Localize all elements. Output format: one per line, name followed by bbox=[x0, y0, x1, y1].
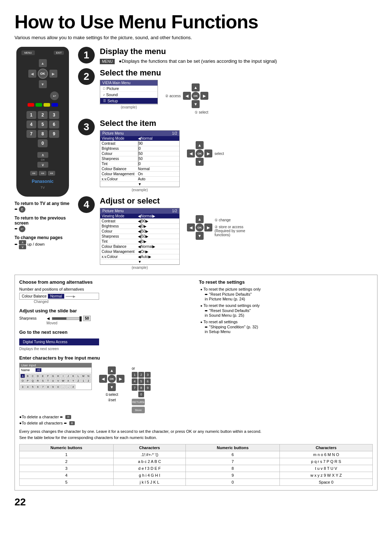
nav5-left[interactable]: ◀ bbox=[99, 375, 107, 383]
nav4-up[interactable]: ▲ bbox=[196, 215, 204, 223]
ch-up[interactable]: ∧ bbox=[37, 152, 48, 158]
nav5-up[interactable]: ▲ bbox=[108, 366, 116, 374]
key-dash[interactable]: - bbox=[66, 385, 70, 389]
key-6[interactable]: 6 bbox=[36, 385, 40, 389]
key-sp[interactable]: . bbox=[61, 385, 65, 389]
menu-button[interactable]: MENU bbox=[21, 50, 35, 55]
nav4-down[interactable]: ▼ bbox=[196, 232, 204, 240]
sm-2[interactable]: 2 bbox=[138, 372, 144, 378]
nav4-right[interactable]: ▶ bbox=[204, 223, 212, 231]
misc-btn-2[interactable]: ■■ bbox=[39, 171, 46, 176]
dpad-left[interactable]: ◀ bbox=[28, 70, 36, 78]
num-2[interactable]: 2 bbox=[38, 111, 48, 119]
num-3[interactable]: 3 bbox=[49, 111, 59, 119]
red-button[interactable] bbox=[28, 103, 34, 107]
key-r[interactable]: R bbox=[36, 378, 40, 383]
num-5[interactable]: 5 bbox=[38, 120, 48, 128]
key-b[interactable]: B bbox=[25, 374, 30, 378]
key-o[interactable]: O bbox=[20, 378, 25, 383]
key-c[interactable]: C bbox=[30, 374, 35, 378]
key-9[interactable]: 9 bbox=[51, 385, 56, 389]
exit-button[interactable]: EXIT bbox=[54, 51, 64, 55]
sm-5[interactable]: 5 bbox=[138, 378, 144, 384]
key-7[interactable]: 7 bbox=[41, 385, 45, 389]
nav-left[interactable]: ◀ bbox=[183, 92, 191, 100]
sm-4[interactable]: 4 bbox=[132, 378, 138, 384]
key-5[interactable]: 5 bbox=[30, 385, 35, 389]
store-sm-btn[interactable]: Store bbox=[132, 407, 145, 413]
nav5-down[interactable]: ▼ bbox=[108, 383, 116, 391]
return-sm-btn[interactable]: RETURN bbox=[132, 399, 145, 405]
ok-btn-2[interactable]: OK bbox=[192, 92, 200, 100]
key-x[interactable]: X bbox=[66, 378, 70, 383]
nav-right[interactable]: ▶ bbox=[200, 92, 208, 100]
ok-btn-4[interactable]: OK bbox=[196, 223, 204, 231]
key-u[interactable]: U bbox=[51, 378, 56, 383]
nav5-right[interactable]: ▶ bbox=[117, 375, 124, 383]
key-a[interactable]: A bbox=[20, 374, 25, 378]
sm-3[interactable]: 3 bbox=[145, 372, 151, 378]
ch-down[interactable]: ∨ bbox=[37, 162, 48, 168]
key-k[interactable]: K bbox=[71, 374, 75, 378]
num-9[interactable]: 9 bbox=[49, 130, 59, 138]
yellow-button[interactable] bbox=[44, 103, 50, 107]
num-1[interactable]: 1 bbox=[26, 111, 36, 119]
sm-0[interactable]: 0 bbox=[138, 391, 144, 397]
ok-btn-3[interactable]: OK bbox=[196, 149, 204, 157]
key-h[interactable]: H bbox=[56, 374, 61, 378]
num-4[interactable]: 4 bbox=[26, 120, 36, 128]
num-8[interactable]: 8 bbox=[38, 130, 48, 138]
dpad-right[interactable]: ▶ bbox=[49, 70, 57, 78]
sm-7[interactable]: 7 bbox=[132, 385, 138, 391]
key-z[interactable]: Z bbox=[76, 378, 81, 383]
key-4[interactable]: 4 bbox=[25, 385, 30, 389]
blue-button[interactable] bbox=[52, 103, 58, 107]
key-i[interactable]: I bbox=[61, 374, 65, 378]
key-f[interactable]: F bbox=[46, 374, 50, 378]
key-j[interactable]: J bbox=[66, 374, 70, 378]
ok-button[interactable]: OK bbox=[38, 69, 48, 79]
key-q[interactable]: Q bbox=[30, 378, 35, 383]
sm-1[interactable]: 1 bbox=[132, 372, 138, 378]
key-l[interactable]: L bbox=[76, 374, 81, 378]
key-3[interactable]: 3 bbox=[20, 385, 25, 389]
num-0[interactable]: 0 bbox=[38, 139, 48, 147]
key-m[interactable]: M bbox=[81, 374, 86, 378]
key-n[interactable]: N bbox=[86, 374, 91, 378]
nav3-right[interactable]: ▶ bbox=[204, 149, 212, 157]
nav4-left[interactable]: ◀ bbox=[187, 223, 195, 231]
key-d[interactable]: D bbox=[36, 374, 40, 378]
key-0[interactable]: 0 bbox=[56, 385, 61, 389]
dpad-down[interactable]: ▼ bbox=[39, 80, 47, 88]
green-button[interactable] bbox=[36, 103, 42, 107]
nav-down[interactable]: ▼ bbox=[192, 100, 200, 108]
key-s[interactable]: S bbox=[41, 378, 45, 383]
del-all-btn[interactable]: B bbox=[69, 421, 75, 425]
return-button[interactable]: ↩ bbox=[50, 91, 59, 100]
key-y[interactable]: Y bbox=[71, 378, 75, 383]
key-p[interactable]: P bbox=[25, 378, 30, 383]
key-g[interactable]: G bbox=[51, 374, 56, 378]
nav3-down[interactable]: ▼ bbox=[196, 158, 204, 166]
misc-btn-1[interactable]: ■■ bbox=[30, 171, 37, 176]
key-e[interactable]: E bbox=[41, 374, 45, 378]
key-1[interactable]: 1 bbox=[81, 378, 86, 383]
sm-6[interactable]: 6 bbox=[145, 378, 151, 384]
nav-up[interactable]: ▲ bbox=[192, 83, 200, 91]
key-w[interactable]: W bbox=[61, 378, 65, 383]
dpad-up[interactable]: ▲ bbox=[39, 59, 47, 67]
nav3-left[interactable]: ◀ bbox=[187, 149, 195, 157]
misc-btn-3[interactable]: ■■ bbox=[48, 171, 55, 176]
key-v[interactable]: V bbox=[56, 378, 61, 383]
key-t[interactable]: T bbox=[46, 378, 50, 383]
num-6[interactable]: 6 bbox=[49, 120, 59, 128]
sm-8[interactable]: 8 bbox=[138, 385, 144, 391]
key-2[interactable]: 2 bbox=[86, 378, 91, 383]
key-hash[interactable]: # bbox=[71, 385, 75, 389]
ok-btn-5[interactable]: OK bbox=[108, 375, 116, 383]
key-8[interactable]: 8 bbox=[46, 385, 50, 389]
num-7[interactable]: 7 bbox=[26, 130, 36, 138]
sm-9[interactable]: 9 bbox=[145, 385, 151, 391]
del-char-btn[interactable]: R bbox=[65, 415, 71, 419]
nav3-up[interactable]: ▲ bbox=[196, 141, 204, 149]
